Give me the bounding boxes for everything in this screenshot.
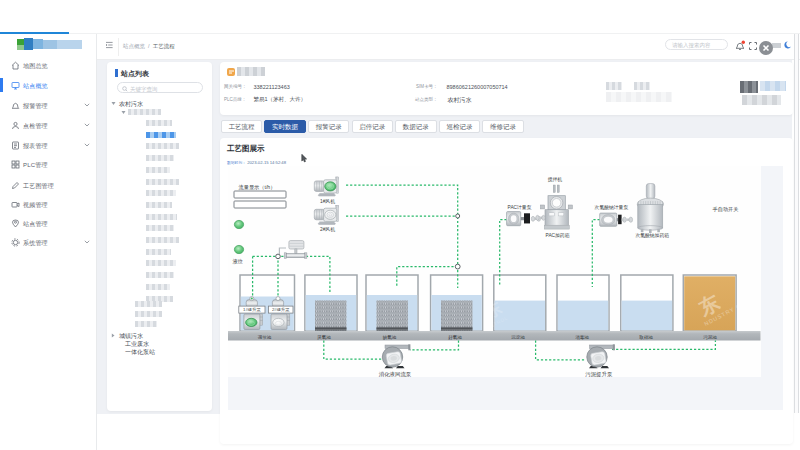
svg-text:调节池: 调节池 [258,334,272,340]
svg-text:缺氧池: 缺氧池 [383,334,397,340]
svg-text:PAC加药箱: PAC加药箱 [546,232,570,239]
svg-text:好氧池: 好氧池 [448,334,462,341]
svg-text:污泥提升泵: 污泥提升泵 [585,371,613,378]
svg-text:污泥池: 污泥池 [703,334,717,340]
svg-text:厌氧池: 厌氧池 [317,334,331,340]
svg-text:PAC计量泵: PAC计量泵 [508,205,532,210]
svg-text:液位: 液位 [233,258,243,265]
svg-text:手自动开关: 手自动开关 [713,206,739,213]
svg-text:流量显示（t/h）: 流量显示（t/h） [239,184,276,191]
svg-text:次氯酸钠计量泵: 次氯酸钠计量泵 [595,204,629,211]
svg-text:消化液回流泵: 消化液回流泵 [379,371,412,378]
svg-text:2#提升泵: 2#提升泵 [272,307,290,312]
svg-text:沉淀池: 沉淀池 [511,335,525,340]
svg-text:1#风机: 1#风机 [320,199,335,204]
svg-text:取样池: 取样池 [639,335,653,340]
svg-text:次氯酸钠加药箱: 次氯酸钠加药箱 [635,232,669,239]
svg-text:2#风机: 2#风机 [320,227,335,232]
svg-text:1#提升泵: 1#提升泵 [243,307,261,312]
